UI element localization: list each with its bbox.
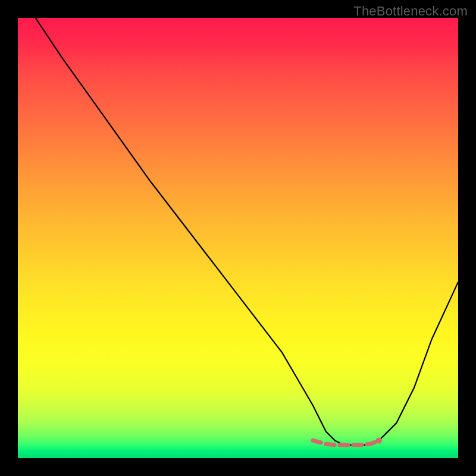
bottom-highlight-segment [313, 440, 379, 444]
highlight-end-dot [376, 437, 382, 443]
bottleneck-curve [36, 18, 458, 445]
watermark-text: TheBottleneck.com [353, 4, 468, 19]
chart-overlay [18, 18, 458, 458]
plot-area [18, 18, 458, 458]
